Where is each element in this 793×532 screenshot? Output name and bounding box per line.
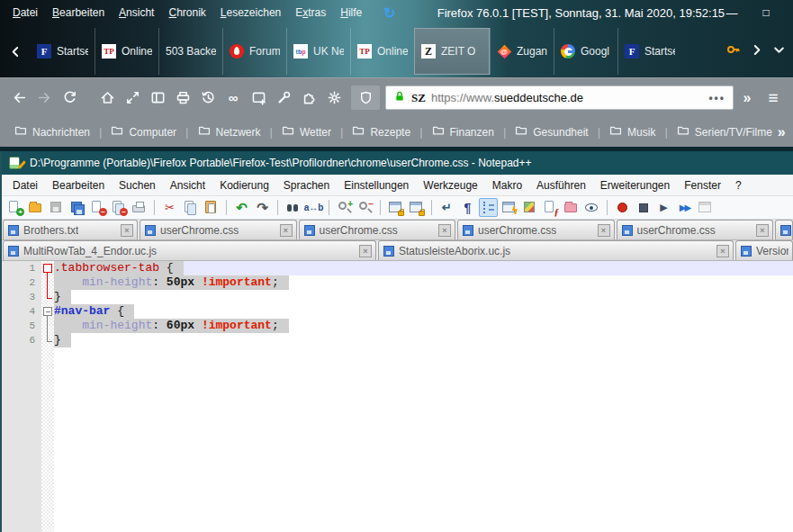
npp-menu-ausfhren[interactable]: Ausführen — [529, 176, 593, 194]
toolbar-overflow-button[interactable]: » — [735, 90, 759, 106]
browser-tab-uk-ne[interactable]: tbpUK Ne — [286, 28, 350, 75]
indent-guide-icon[interactable] — [479, 198, 498, 217]
fold-margin-marker[interactable] — [41, 333, 54, 347]
page-actions-button[interactable]: ••• — [708, 92, 725, 104]
redo-icon[interactable]: ↷ — [253, 198, 272, 217]
close-tab-button[interactable]: × — [716, 245, 729, 257]
file-tab-userchrome-css[interactable]: userChrome.css× — [457, 220, 615, 239]
preview-eye-icon[interactable] — [582, 198, 601, 217]
save-all-icon[interactable] — [68, 198, 86, 217]
close-tab-button[interactable]: × — [280, 224, 293, 237]
close-tab-button[interactable]: × — [598, 224, 610, 237]
doc-map-icon[interactable] — [520, 198, 539, 217]
url-bar[interactable]: SZ https://www. sueddeutsche.de ••• — [385, 86, 734, 110]
cut-icon[interactable]: ✂ — [160, 198, 179, 217]
show-all-chars-icon[interactable]: ¶ — [458, 198, 477, 217]
bookmark-folder-nachrichten[interactable]: Nachrichten — [9, 124, 95, 140]
npp-menu-werkzeuge[interactable]: Werkzeuge — [416, 176, 484, 194]
browser-tab-startse[interactable]: FStartse — [617, 28, 681, 75]
bookmark-folder-serien-tv-filme[interactable]: Serien/TV/Filme — [671, 124, 778, 140]
firefox-menu-datei[interactable]: Datei — [5, 3, 45, 23]
sidebar-icon[interactable] — [146, 86, 169, 111]
npp-menu-help[interactable]: ? — [728, 176, 749, 194]
print-icon[interactable] — [171, 86, 194, 111]
file-tab-userchrome-css[interactable]: userChrome.css× — [299, 220, 456, 239]
back-icon[interactable] — [7, 86, 31, 111]
browser-tab-forum[interactable]: Forum — [222, 28, 286, 75]
record-macro-icon[interactable] — [613, 198, 632, 217]
browser-tab-online[interactable]: TPOnline — [350, 28, 414, 75]
npp-menu-datei[interactable]: Datei — [5, 176, 45, 194]
infinity-icon[interactable]: ∞ — [221, 86, 245, 111]
browser-tab-zeit-o[interactable]: ZZEIT O — [414, 28, 490, 75]
close-all-icon[interactable]: − — [109, 198, 128, 217]
fold-margin-marker[interactable] — [41, 275, 54, 290]
zoom-in-icon[interactable]: + — [335, 198, 354, 217]
maximize-button[interactable]: □ — [759, 6, 773, 19]
home-icon[interactable] — [95, 86, 119, 111]
word-wrap-icon[interactable]: ↵ — [437, 198, 456, 217]
firefox-menu-hilfe[interactable]: Hilfe — [333, 3, 369, 23]
bookmark-folder-computer[interactable]: Computer — [105, 124, 182, 140]
fold-margin-marker[interactable] — [41, 319, 54, 333]
minimize-button[interactable]: — — [725, 6, 739, 20]
bookmark-folder-netzwerk[interactable]: Netzwerk — [193, 124, 266, 140]
file-tab-versionclo[interactable]: VersionClo — [735, 240, 793, 260]
new-file-icon[interactable]: + — [5, 198, 24, 217]
close-tab-button[interactable]: × — [121, 224, 133, 237]
firefox-menu-lesezeichen[interactable]: Lesezeichen — [213, 3, 288, 23]
close-tab-button[interactable]: × — [359, 245, 372, 257]
tab-scroll-right-button[interactable] — [750, 43, 763, 60]
firefox-menu-chronik[interactable]: Chronik — [161, 3, 212, 23]
all-tabs-dropdown[interactable] — [772, 43, 786, 60]
npp-menu-suchen[interactable]: Suchen — [112, 176, 163, 194]
key-icon[interactable] — [726, 42, 741, 60]
replace-icon[interactable]: a↔b — [304, 198, 323, 217]
reload-icon[interactable] — [58, 86, 81, 111]
file-tab-userchrome-css[interactable]: userChrome.css× — [140, 220, 297, 239]
print-icon[interactable] — [130, 198, 149, 217]
file-tab-multirowtab-4-endor-uc-js[interactable]: MultiRowTab_4_Endor.uc.js× — [3, 240, 376, 260]
file-tab-brothers-txt[interactable]: Brothers.txt× — [3, 220, 138, 239]
fullscreen-icon[interactable] — [121, 86, 144, 111]
run-multi-icon[interactable]: ▶▶ — [675, 198, 694, 217]
sync-icon[interactable]: ↻ — [383, 5, 395, 22]
open-icon[interactable] — [26, 198, 45, 217]
fold-margin-marker[interactable] — [41, 304, 54, 319]
forward-icon[interactable] — [32, 86, 56, 111]
run-script-icon[interactable]: ƒ — [541, 198, 560, 217]
firefox-menu-ansicht[interactable]: Ansicht — [112, 3, 161, 23]
file-tab-userchrome-css[interactable]: userChrome.css× — [617, 220, 774, 239]
addons-puzzle-icon[interactable] — [297, 86, 320, 111]
browser-tab-503-backer[interactable]: 503 Backer — [158, 28, 222, 75]
npp-menu-bearbeiten[interactable]: Bearbeiten — [45, 176, 112, 194]
editor-empty-area[interactable] — [2, 347, 793, 532]
wrench-icon[interactable] — [272, 86, 295, 111]
npp-menu-erweiterungen[interactable]: Erweiterungen — [593, 176, 677, 194]
sync-h-icon[interactable] — [407, 198, 426, 217]
new-container-tab-icon[interactable] — [247, 86, 270, 111]
fold-margin-marker[interactable] — [41, 261, 54, 275]
bookmark-folder-gesundheit[interactable]: Gesundheit — [509, 124, 593, 140]
folder-workspace-icon[interactable] — [562, 198, 581, 217]
npp-menu-makro[interactable]: Makro — [485, 176, 529, 194]
close-tab-button[interactable]: × — [438, 224, 451, 237]
save-icon[interactable] — [47, 198, 66, 217]
bookmark-folder-musik[interactable]: Musik — [604, 124, 661, 140]
play-macro-icon[interactable]: ▶ — [654, 198, 673, 217]
npp-menu-sprachen[interactable]: Sprachen — [276, 176, 337, 194]
npp-menu-einstellungen[interactable]: Einstellungen — [337, 176, 416, 194]
file-tab-statusleisteaborix-uc-js[interactable]: StatusleisteAborix.uc.js× — [378, 240, 734, 260]
browser-tab-online[interactable]: TPOnline — [95, 28, 158, 75]
npp-menu-ansicht[interactable]: Ansicht — [163, 176, 212, 194]
hamburger-menu-button[interactable]: ≡ — [761, 88, 786, 108]
tracking-protection-shield-button[interactable] — [351, 86, 380, 110]
stop-macro-icon[interactable] — [634, 198, 653, 217]
close-icon[interactable]: − — [88, 198, 107, 217]
bookmark-folder-wetter[interactable]: Wetter — [276, 124, 337, 140]
fold-margin-marker[interactable] — [41, 290, 54, 304]
firefox-menu-bearbeiten[interactable]: Bearbeiten — [45, 3, 112, 23]
undo-icon[interactable]: ↶ — [232, 198, 251, 217]
close-tab-button[interactable]: × — [756, 224, 769, 237]
copy-icon[interactable] — [181, 198, 200, 217]
